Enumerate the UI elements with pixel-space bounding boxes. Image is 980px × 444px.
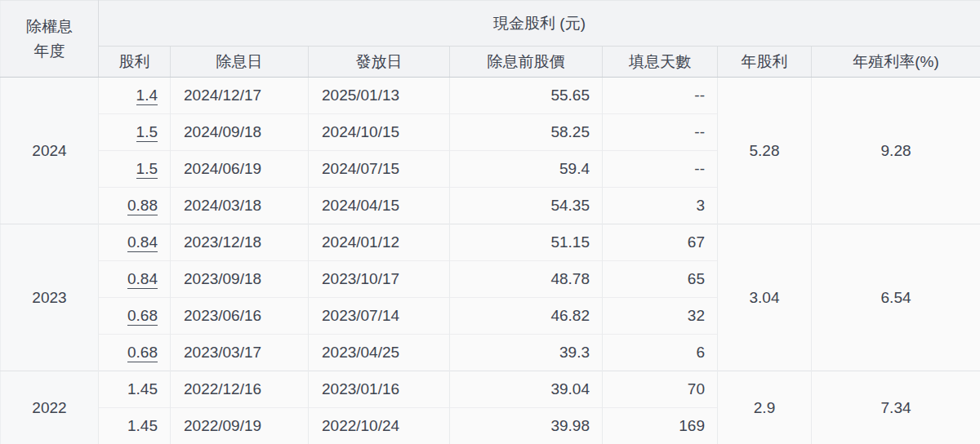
year-cell-2022: 2022 <box>1 371 99 444</box>
cell-pre-ex-price: 51.15 <box>450 224 603 261</box>
dividend-link[interactable]: 0.68 <box>127 307 158 326</box>
group-header-cash-dividend: 現金股利 (元) <box>99 1 980 47</box>
cell-dividend: 1.5 <box>99 151 171 188</box>
cell-pre-ex-price: 39.04 <box>450 371 603 408</box>
cell-fill-days: 70 <box>603 371 718 408</box>
annual-dividend-cell: 5.28 <box>718 78 812 224</box>
cell-ex-date: 2022/12/16 <box>171 371 309 408</box>
column-header-fill-days: 填息天數 <box>603 47 718 78</box>
cell-fill-days: 67 <box>603 224 718 261</box>
cell-fill-days: 3 <box>603 188 718 224</box>
annual-dividend-cell: 2.9 <box>718 371 812 444</box>
cell-fill-days: 6 <box>603 335 718 371</box>
cell-ex-date: 2024/09/18 <box>171 114 309 151</box>
cell-pay-date: 2023/01/16 <box>309 371 450 408</box>
column-header-dividend: 股利 <box>99 47 171 78</box>
cell-ex-date: 2024/06/19 <box>171 151 309 188</box>
column-header-annual-yield: 年殖利率(%) <box>812 47 980 78</box>
column-header-annual-dividend: 年股利 <box>718 47 812 78</box>
cell-dividend: 1.45 <box>99 408 171 444</box>
cell-pre-ex-price: 48.78 <box>450 261 603 298</box>
cell-pay-date: 2024/07/15 <box>309 151 450 188</box>
dividend-link[interactable]: 1.5 <box>136 160 158 179</box>
column-header-ex-date: 除息日 <box>171 47 309 78</box>
cell-pre-ex-price: 39.3 <box>450 335 603 371</box>
cell-ex-date: 2023/03/17 <box>171 335 309 371</box>
cell-pay-date: 2023/04/25 <box>309 335 450 371</box>
cell-fill-days: -- <box>603 78 718 114</box>
cell-ex-date: 2022/09/19 <box>171 408 309 444</box>
cell-fill-days: 32 <box>603 298 718 335</box>
table-row: 2023 0.84 2023/12/18 2024/01/12 51.15 67… <box>1 224 980 261</box>
table-header: 除權息 年度 現金股利 (元) 股利 除息日 發放日 除息前股價 填息天數 年股… <box>1 1 980 78</box>
cell-fill-days: -- <box>603 151 718 188</box>
cell-dividend: 1.4 <box>99 78 171 114</box>
annual-dividend-cell: 3.04 <box>718 224 812 371</box>
cell-pre-ex-price: 59.4 <box>450 151 603 188</box>
cell-fill-days: 169 <box>603 408 718 444</box>
table-row: 2022 1.45 2022/12/16 2023/01/16 39.04 70… <box>1 371 980 408</box>
cell-ex-date: 2023/09/18 <box>171 261 309 298</box>
cell-pre-ex-price: 54.35 <box>450 188 603 224</box>
cell-pre-ex-price: 46.82 <box>450 298 603 335</box>
cash-dividend-table: 除權息 年度 現金股利 (元) 股利 除息日 發放日 除息前股價 填息天數 年股… <box>0 0 980 444</box>
cell-pay-date: 2024/01/12 <box>309 224 450 261</box>
cell-pay-date: 2024/10/15 <box>309 114 450 151</box>
dividend-link[interactable]: 0.84 <box>127 270 158 289</box>
cell-pay-date: 2023/07/14 <box>309 298 450 335</box>
column-header-year: 除權息 年度 <box>1 1 99 78</box>
year-header-line1: 除權息 <box>1 15 98 38</box>
year-cell-2023: 2023 <box>1 224 99 371</box>
cell-dividend: 0.68 <box>99 298 171 335</box>
table-body: 2024 1.4 2024/12/17 2025/01/13 55.65 -- … <box>1 78 980 444</box>
cell-pay-date: 2024/04/15 <box>309 188 450 224</box>
cell-ex-date: 2023/06/16 <box>171 298 309 335</box>
cell-dividend: 0.88 <box>99 188 171 224</box>
year-header-line2: 年度 <box>1 39 98 63</box>
cell-dividend: 1.45 <box>99 371 171 408</box>
cell-pre-ex-price: 39.98 <box>450 408 603 444</box>
annual-yield-cell: 7.34 <box>812 371 980 444</box>
annual-yield-cell: 6.54 <box>812 224 980 371</box>
cell-dividend: 0.84 <box>99 261 171 298</box>
cell-dividend: 0.68 <box>99 335 171 371</box>
cell-pay-date: 2022/10/24 <box>309 408 450 444</box>
dividend-link[interactable]: 1.4 <box>136 87 158 105</box>
cell-pay-date: 2023/10/17 <box>309 261 450 298</box>
column-header-pay-date: 發放日 <box>309 47 450 78</box>
cell-fill-days: -- <box>603 114 718 151</box>
annual-yield-cell: 9.28 <box>812 78 980 224</box>
column-header-pre-ex-price: 除息前股價 <box>450 47 603 78</box>
dividend-link[interactable]: 0.88 <box>127 197 158 215</box>
dividend-link[interactable]: 0.68 <box>127 344 158 362</box>
table-row: 2024 1.4 2024/12/17 2025/01/13 55.65 -- … <box>1 78 980 114</box>
cell-dividend: 0.84 <box>99 224 171 261</box>
cell-dividend: 1.5 <box>99 114 171 151</box>
dividend-link[interactable]: 0.84 <box>127 233 158 252</box>
cell-ex-date: 2023/12/18 <box>171 224 309 261</box>
cell-pre-ex-price: 55.65 <box>450 78 603 114</box>
cell-ex-date: 2024/12/17 <box>171 78 309 114</box>
year-cell-2024: 2024 <box>1 78 99 224</box>
dividend-link[interactable]: 1.5 <box>136 123 158 142</box>
cell-fill-days: 65 <box>603 261 718 298</box>
cell-pre-ex-price: 58.25 <box>450 114 603 151</box>
cell-ex-date: 2024/03/18 <box>171 188 309 224</box>
cell-pay-date: 2025/01/13 <box>309 78 450 114</box>
